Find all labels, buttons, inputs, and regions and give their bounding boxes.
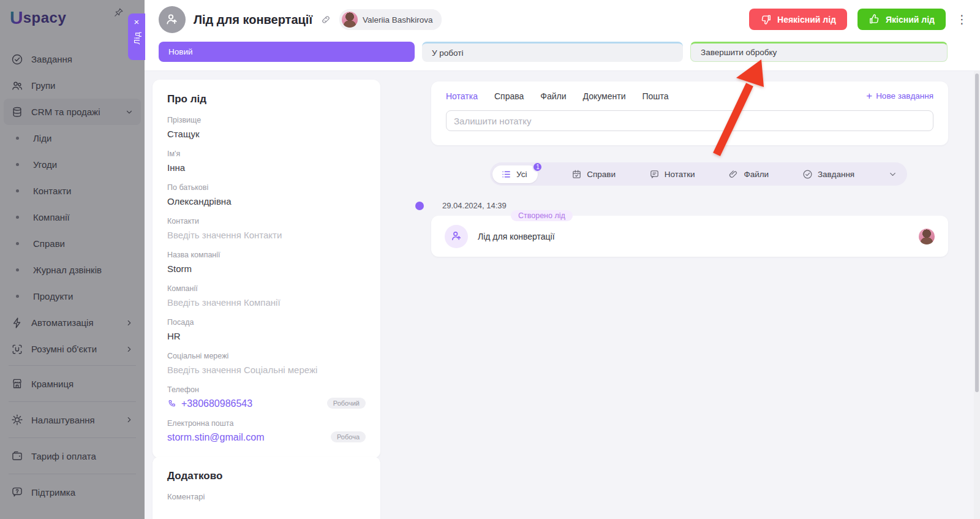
lead-type-icon xyxy=(159,6,186,33)
reject-lead-button[interactable]: Неякісний лід xyxy=(749,9,847,30)
timeline-dot xyxy=(415,202,424,210)
tab-files[interactable]: Файли xyxy=(540,91,566,101)
stage-new[interactable]: Новий xyxy=(159,42,415,62)
lead-created-icon xyxy=(445,225,468,248)
filter-activities[interactable]: Справи xyxy=(571,169,616,180)
filter-label: Файли xyxy=(744,170,769,179)
filter-label: Усі xyxy=(516,170,527,179)
tab-activity[interactable]: Справа xyxy=(494,91,524,101)
stage-finish[interactable]: Завершити обробку xyxy=(690,42,948,62)
timeline-date: 29.04.2024, 14:39 xyxy=(442,201,507,210)
plus-icon: + xyxy=(866,92,872,100)
timeline-filterbar: Усі 1 Справи Нотатки Файли Завдання xyxy=(490,162,907,186)
event-type-badge: Створено лід xyxy=(511,210,573,221)
comments-label: Коментарі xyxy=(167,492,366,502)
field-middle-name[interactable]: По батькові Олександрівна xyxy=(167,183,366,208)
composer-card: Нотатка Справа Файли Документи Пошта + Н… xyxy=(431,81,948,145)
more-actions-icon[interactable]: ⋮ xyxy=(956,11,968,27)
owner-name: Valeriia Bashkirova xyxy=(363,15,433,25)
calendar-icon xyxy=(571,169,582,180)
filter-tasks[interactable]: Завдання xyxy=(802,169,854,180)
paperclip-icon xyxy=(728,169,739,180)
page-title: Лід для конвертації xyxy=(194,13,312,27)
modal-overlay[interactable] xyxy=(0,0,145,519)
lead-header: Лід для конвертації Valeriia Bashkirova … xyxy=(145,0,980,71)
field-first-name[interactable]: Ім'я Інна xyxy=(167,149,366,174)
avatar xyxy=(919,229,935,244)
note-input[interactable] xyxy=(446,110,933,131)
new-task-label: Нове завдання xyxy=(876,91,933,100)
field-companies[interactable]: Компанії Введіть значення Компанії xyxy=(167,284,366,309)
new-task-button[interactable]: + Нове завдання xyxy=(866,91,933,100)
chevron-down-icon[interactable] xyxy=(888,170,897,179)
tab-note[interactable]: Нотатка xyxy=(446,91,478,101)
filter-label: Нотатки xyxy=(665,170,695,179)
close-icon[interactable]: × xyxy=(134,17,140,27)
lead-panel-tab[interactable]: × Лід xyxy=(128,13,145,60)
stage-in-progress[interactable]: У роботі xyxy=(422,42,683,62)
filter-label: Справи xyxy=(587,170,616,179)
stage-label: Завершити обробку xyxy=(701,48,777,57)
card-title: Додатково xyxy=(167,470,366,482)
check-icon xyxy=(802,169,813,180)
about-lead-card: Про лід Прізвище Стащук Ім'я Інна По бат… xyxy=(153,80,380,458)
phone-type-badge: Робочий xyxy=(327,398,366,409)
tab-mail[interactable]: Пошта xyxy=(642,91,668,101)
reject-lead-label: Неякісний лід xyxy=(777,15,836,25)
stage-label: Новий xyxy=(168,47,193,56)
additional-card: Додатково Коментарі xyxy=(153,456,380,519)
field-last-name[interactable]: Прізвище Стащук xyxy=(167,115,366,140)
filter-count-badge: 1 xyxy=(532,162,543,172)
list-icon xyxy=(501,169,511,180)
filter-files[interactable]: Файли xyxy=(728,169,769,180)
phone-value[interactable]: +380680986543 xyxy=(181,397,252,410)
scrollbar-thumb[interactable] xyxy=(975,74,979,392)
field-contacts[interactable]: Контакти Введіть значення Контакти xyxy=(167,216,366,241)
approve-lead-button[interactable]: Якісний лід xyxy=(858,9,946,30)
field-social[interactable]: Соціальні мережі Введіть значення Соціал… xyxy=(167,351,366,376)
timeline-event-card[interactable]: Створено лід Лід для конвертації xyxy=(431,216,948,257)
card-title: Про лід xyxy=(167,93,366,105)
lead-tab-label: Лід xyxy=(132,32,141,45)
page: Uspacy Завдання Групи CRM та продажі Лід… xyxy=(0,0,980,519)
field-position[interactable]: Посада HR xyxy=(167,317,366,343)
filter-notes[interactable]: Нотатки xyxy=(649,169,695,180)
event-title: Лід для конвертації xyxy=(478,232,555,241)
owner-chip[interactable]: Valeriia Bashkirova xyxy=(339,9,442,30)
field-phone[interactable]: Телефон +380680986543 Робочий xyxy=(167,385,366,410)
stage-label: У роботі xyxy=(432,48,463,58)
approve-lead-label: Якісний лід xyxy=(886,15,935,25)
filter-label: Завдання xyxy=(818,170,854,179)
email-value[interactable]: storm.stin@gmail.com xyxy=(167,431,265,444)
copy-link-icon[interactable] xyxy=(320,14,331,25)
composer-tabs: Нотатка Справа Файли Документи Пошта xyxy=(446,91,933,101)
phone-icon xyxy=(167,399,177,409)
tab-documents[interactable]: Документи xyxy=(583,91,626,101)
filter-all[interactable]: Усі 1 xyxy=(492,165,538,183)
avatar xyxy=(342,12,358,28)
field-company-name[interactable]: Назва компанії Storm xyxy=(167,250,366,275)
field-email[interactable]: Електронна пошта storm.stin@gmail.com Ро… xyxy=(167,419,366,444)
note-icon xyxy=(649,169,660,180)
email-type-badge: Робоча xyxy=(331,431,366,442)
lead-panel: Лід для конвертації Valeriia Bashkirova … xyxy=(145,0,980,519)
